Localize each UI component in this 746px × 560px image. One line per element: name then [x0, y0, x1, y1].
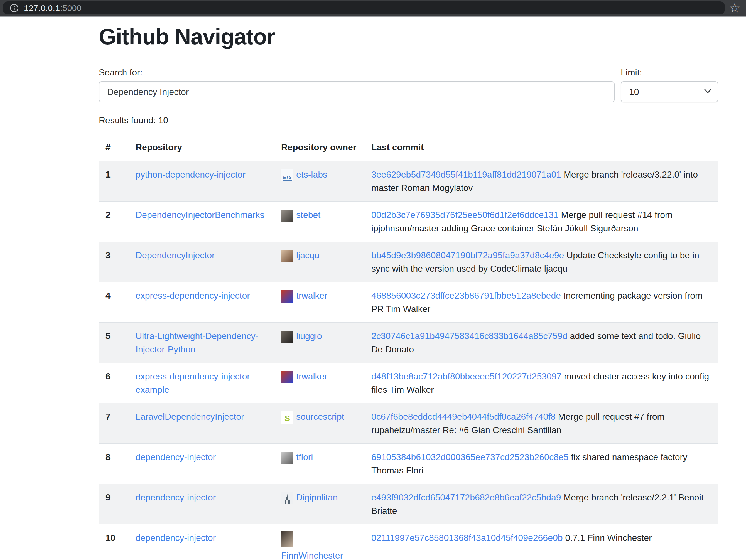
commit-hash-link[interactable]: 02111997e57c85801368f43a10d45f409e266e0b: [371, 533, 563, 543]
repositories-table: # Repository Repository owner Last commi…: [99, 134, 718, 560]
owner-link[interactable]: tflori: [296, 452, 313, 462]
commit-message: 0.7.1 Finn Winchester: [565, 533, 652, 543]
owner-link[interactable]: trwalker: [296, 291, 327, 301]
repo-cell: dependency-injector: [129, 524, 275, 560]
owner-cell: Digipolitan: [275, 484, 365, 524]
site-info-icon[interactable]: [9, 3, 19, 13]
commit-cell: d48f13be8ac712abf80bbeeee5f120227d253097…: [365, 363, 718, 403]
owner-avatar: [281, 250, 293, 262]
avatar-logo-text: S: [285, 414, 290, 422]
row-number: 7: [99, 403, 129, 444]
commit-hash-link[interactable]: 468856003c273dffce23b86791fbbe512a8ebede: [371, 291, 561, 301]
owner-link[interactable]: stebet: [296, 210, 320, 220]
owner-avatar: [281, 452, 293, 464]
row-number: 4: [99, 282, 129, 323]
column-header-number: #: [99, 134, 129, 161]
limit-select-wrap: 10: [621, 81, 718, 102]
repo-link[interactable]: express-dependency-injector: [136, 291, 250, 301]
table-row: 10dependency-injectorFinnWinchester02111…: [99, 524, 718, 560]
page-container: Github Navigator Search for: Limit: 10 R…: [0, 23, 746, 560]
browser-toolbar: 127.0.0.1:5000 ☆: [0, 0, 746, 17]
commit-cell: 0c67f6be8eddcd4449eb4044f5df0ca26f4740f8…: [365, 403, 718, 444]
repo-cell: LaravelDependencyInjector: [129, 403, 275, 444]
owner-link[interactable]: ljacqu: [296, 250, 320, 260]
owner-avatar: [281, 331, 293, 343]
repo-cell: Ultra-Lightweight-Dependency-Injector-Py…: [129, 323, 275, 363]
table-row: 2DependencyInjectorBenchmarksstebet00d2b…: [99, 202, 718, 242]
repo-cell: express-dependency-injector-example: [129, 363, 275, 403]
owner-cell: stebet: [275, 202, 365, 242]
commit-hash-link[interactable]: d48f13be8ac712abf80bbeeee5f120227d253097: [371, 371, 562, 381]
row-number: 5: [99, 323, 129, 363]
table-row: 4express-dependency-injectortrwalker4688…: [99, 282, 718, 323]
commit-hash-link[interactable]: bb45d9e3b98608047190bf72a95fa9a37d8c4e9e: [371, 250, 564, 260]
repo-cell: DependencyInjector: [129, 242, 275, 282]
repo-link[interactable]: Ultra-Lightweight-Dependency-Injector-Py…: [136, 331, 258, 354]
commit-cell: 00d2b3c7e76935d76f25ee50f6d1f2ef6ddce131…: [365, 202, 718, 242]
commit-hash-link[interactable]: 0c67f6be8eddcd4449eb4044f5df0ca26f4740f8: [371, 412, 555, 422]
owner-cell: ETSets-labs: [275, 161, 365, 202]
limit-field-group: Limit: 10: [621, 66, 718, 102]
row-number: 6: [99, 363, 129, 403]
owner-link[interactable]: trwalker: [296, 371, 327, 381]
repo-link[interactable]: DependencyInjector: [136, 250, 215, 260]
address-bar[interactable]: 127.0.0.1:5000: [3, 1, 725, 14]
owner-avatar: [281, 371, 293, 383]
bookmark-star-icon[interactable]: ☆: [729, 1, 740, 14]
repo-link[interactable]: express-dependency-injector-example: [136, 371, 253, 395]
commit-cell: 69105384b61032d000365ee737cd2523b260c8e5…: [365, 444, 718, 484]
page-title: Github Navigator: [99, 23, 718, 50]
results-count: Results found: 10: [99, 114, 718, 127]
owner-avatar: ETS: [281, 169, 293, 181]
limit-select[interactable]: 10: [621, 81, 718, 102]
commit-hash-link[interactable]: e493f9032dfcd65047172b682e8b6eaf22c5bda9: [371, 492, 561, 502]
repo-link[interactable]: LaravelDependencyInjector: [136, 412, 244, 422]
commit-cell: 02111997e57c85801368f43a10d45f409e266e0b…: [365, 524, 718, 560]
owner-link[interactable]: Digipolitan: [296, 492, 338, 502]
repo-link[interactable]: DependencyInjectorBenchmarks: [136, 210, 264, 220]
owner-avatar: [281, 210, 293, 222]
row-number: 8: [99, 444, 129, 484]
repo-cell: python-dependency-injector: [129, 161, 275, 202]
url-text: 127.0.0.1:5000: [24, 3, 82, 13]
repo-cell: dependency-injector: [129, 484, 275, 524]
search-form: Search for: Limit: 10: [99, 66, 718, 102]
owner-link[interactable]: liuggio: [296, 331, 322, 341]
search-field-group: Search for:: [99, 66, 614, 102]
search-label: Search for:: [99, 66, 614, 79]
search-input[interactable]: [99, 81, 614, 102]
column-header-repository: Repository: [129, 134, 275, 161]
repo-link[interactable]: dependency-injector: [136, 452, 216, 462]
table-row: 1python-dependency-injectorETSets-labs3e…: [99, 161, 718, 202]
owner-cell: liuggio: [275, 323, 365, 363]
owner-cell: FinnWinchester: [275, 524, 365, 560]
table-row: 8dependency-injectortflori69105384b61032…: [99, 444, 718, 484]
commit-cell: 468856003c273dffce23b86791fbbe512a8ebede…: [365, 282, 718, 323]
owner-cell: tflori: [275, 444, 365, 484]
url-host: 127.0.0.1: [24, 3, 60, 12]
row-number: 2: [99, 202, 129, 242]
owner-link[interactable]: sourcescript: [296, 412, 344, 422]
commit-hash-link[interactable]: 3ee629eb5d7349d55f41b119aff81dd219071a01: [371, 170, 561, 179]
row-number: 10: [99, 524, 129, 560]
owner-link[interactable]: ets-labs: [296, 170, 327, 179]
building-glyph: [283, 493, 292, 504]
owner-avatar: [281, 531, 293, 547]
owner-cell: trwalker: [275, 282, 365, 323]
repo-cell: dependency-injector: [129, 444, 275, 484]
commit-hash-link[interactable]: 2c30746c1a91b4947583416c833b1644a85c759d: [371, 331, 568, 341]
limit-label: Limit:: [621, 66, 718, 79]
owner-cell: Ssourcescript: [275, 403, 365, 444]
repo-link[interactable]: dependency-injector: [136, 492, 216, 502]
owner-link[interactable]: FinnWinchester: [281, 549, 358, 560]
repo-cell: DependencyInjectorBenchmarks: [129, 202, 275, 242]
url-port: :5000: [60, 3, 82, 12]
owner-avatar: S: [281, 411, 293, 423]
commit-cell: 3ee629eb5d7349d55f41b119aff81dd219071a01…: [365, 161, 718, 202]
commit-hash-link[interactable]: 69105384b61032d000365ee737cd2523b260c8e5: [371, 452, 568, 462]
repo-link[interactable]: python-dependency-injector: [136, 170, 246, 179]
avatar-logo-text: ETS: [283, 175, 291, 181]
owner-avatar: [281, 492, 293, 504]
commit-hash-link[interactable]: 00d2b3c7e76935d76f25ee50f6d1f2ef6ddce131: [371, 210, 559, 220]
repo-link[interactable]: dependency-injector: [136, 533, 216, 543]
